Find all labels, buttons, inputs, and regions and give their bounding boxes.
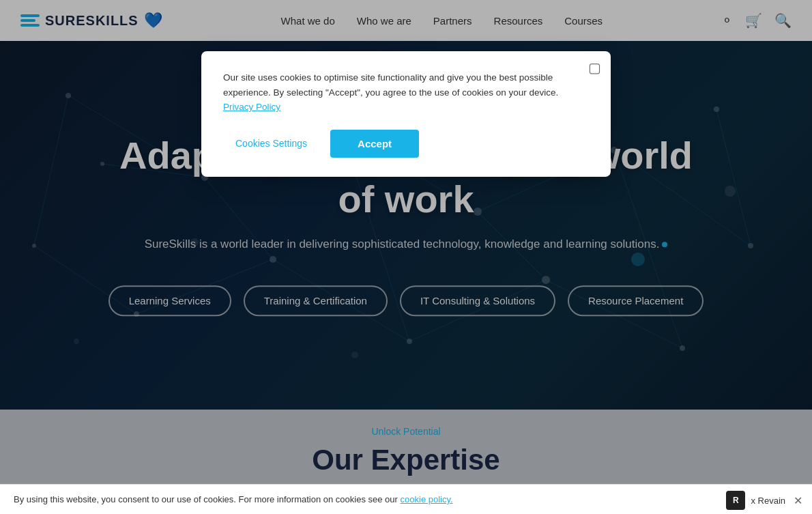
cookies-settings-button[interactable]: Cookies Settings <box>223 131 319 156</box>
cookie-close-button[interactable]: ▢ <box>588 59 601 76</box>
cookie-modal: ▢ Our site uses cookies to optimise site… <box>201 51 611 177</box>
revain-label: x Revain <box>751 496 785 506</box>
cookie-overlay: ▢ Our site uses cookies to optimise site… <box>0 0 812 514</box>
cookie-policy-link[interactable]: cookie policy. <box>401 494 453 504</box>
revain-icon: R <box>726 491 745 510</box>
cookie-bar-text: By using this website, you consent to ou… <box>14 494 798 504</box>
revain-close-button[interactable]: ✕ <box>794 494 802 507</box>
revain-widget: R x Revain ✕ <box>716 487 812 514</box>
cookie-actions: Cookies Settings Accept <box>223 130 589 158</box>
privacy-policy-link[interactable]: Privacy Policy <box>223 102 280 112</box>
cookie-text: Our site uses cookies to optimise site f… <box>223 70 589 115</box>
cookie-bar: By using this website, you consent to ou… <box>0 484 812 514</box>
accept-button[interactable]: Accept <box>330 130 419 158</box>
